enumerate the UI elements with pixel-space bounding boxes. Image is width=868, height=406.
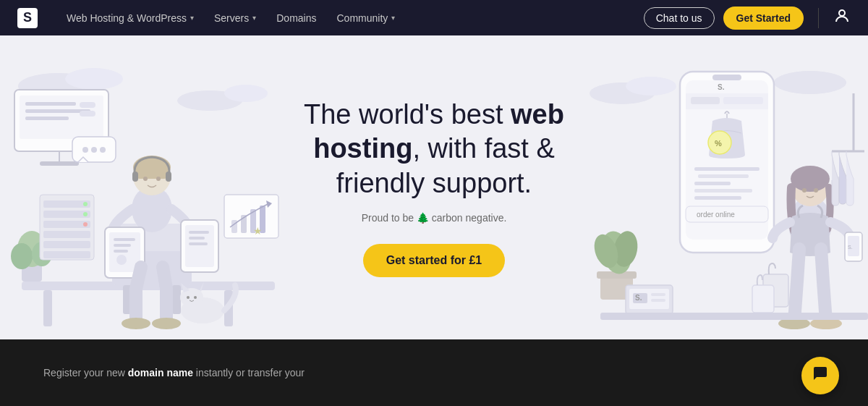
svg-point-0 [839,10,845,16]
svg-rect-114 [651,299,665,302]
svg-rect-37 [114,250,128,253]
svg-text:order online: order online [697,211,735,219]
hero-title: The world's best web hosting, with fast … [297,98,571,201]
svg-point-67 [83,202,88,206]
svg-text:S.: S. [718,83,725,91]
get-started-button[interactable]: Get Started [723,7,804,30]
svg-point-49 [194,296,197,299]
svg-rect-10 [80,102,95,108]
svg-point-15 [82,147,88,153]
svg-rect-19 [43,290,52,326]
chevron-down-icon: ▾ [252,14,256,22]
svg-rect-86 [694,189,752,193]
user-account-icon[interactable] [833,7,851,29]
bottom-section: Register your new domain name instantly … [0,339,868,406]
svg-rect-66 [43,251,90,258]
nav-links: Web Hosting & WordPress ▾ Servers ▾ Doma… [58,8,644,28]
svg-rect-41 [189,231,209,234]
svg-text:★: ★ [253,225,263,237]
svg-rect-29 [132,172,138,182]
svg-point-44 [122,318,150,329]
svg-point-17 [100,147,106,153]
svg-rect-75 [712,75,741,80]
chevron-down-icon: ▾ [391,14,395,22]
hero-section: ★ S. [0,35,868,339]
svg-rect-64 [43,231,90,238]
svg-rect-78 [691,97,720,104]
svg-rect-101 [752,285,774,313]
navbar: S Web Hosting & WordPress ▾ Servers ▾ Do… [0,0,868,35]
nav-item-servers[interactable]: Servers ▾ [205,8,265,28]
svg-point-69 [83,222,88,227]
svg-rect-84 [698,174,749,178]
chat-button[interactable]: Chat to us [644,7,715,29]
svg-point-2 [65,68,123,90]
svg-rect-65 [43,241,90,248]
svg-rect-85 [694,182,731,185]
svg-rect-87 [694,196,741,200]
svg-point-48 [187,296,190,299]
svg-rect-30 [166,172,171,182]
svg-point-31 [143,177,148,181]
hero-illustration-left: ★ [0,35,289,339]
svg-rect-13 [40,161,79,166]
svg-rect-42 [189,237,205,240]
svg-point-45 [152,318,181,329]
svg-rect-113 [651,293,665,296]
chat-bubble-icon [812,365,829,386]
svg-point-71 [626,77,676,96]
nav-item-domains[interactable]: Domains [268,8,325,28]
svg-point-92 [791,166,830,192]
svg-rect-9 [25,117,69,120]
nav-item-web-hosting[interactable]: Web Hosting & WordPress ▾ [58,8,203,28]
bottom-text: Register your new domain name instantly … [43,367,305,378]
svg-point-72 [774,71,846,94]
hero-illustration-right: S. % order online [579,35,868,339]
svg-point-4 [224,85,268,102]
hero-content: The world's best web hosting, with fast … [282,69,586,307]
svg-text:S.: S. [848,245,853,250]
svg-point-68 [83,212,88,216]
svg-point-93 [802,188,807,193]
logo-icon: S [17,8,38,28]
hero-subtitle: Proud to be 🌲 carbon negative. [297,212,571,224]
svg-rect-28 [134,164,170,179]
svg-rect-36 [114,244,131,247]
svg-point-52 [11,243,33,269]
svg-point-16 [91,147,97,153]
svg-rect-83 [694,167,760,171]
nav-item-community[interactable]: Community ▾ [328,8,404,28]
svg-text:%: % [715,139,722,148]
hero-cta-button[interactable]: Get started for £1 [363,244,505,277]
svg-text:S.: S. [635,294,642,302]
svg-rect-79 [723,97,763,104]
tree-icon: 🌲 [417,212,429,224]
navbar-divider [818,8,819,28]
chat-widget-button[interactable] [801,357,839,394]
chevron-down-icon: ▾ [190,14,194,22]
svg-rect-116 [600,313,868,320]
svg-point-38 [116,255,127,265]
svg-rect-7 [25,102,76,106]
svg-rect-23 [172,285,181,314]
svg-point-32 [156,177,161,181]
svg-rect-43 [189,242,208,245]
svg-rect-11 [80,111,95,117]
logo[interactable]: S [17,8,38,28]
svg-rect-35 [114,238,135,241]
navbar-actions: Chat to us Get Started [644,7,851,30]
svg-point-94 [814,188,818,193]
